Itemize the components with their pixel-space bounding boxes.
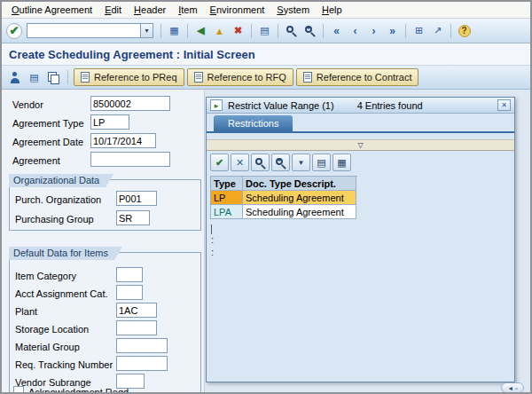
export-icon: ▦: [337, 157, 346, 169]
search-icon: [286, 25, 298, 36]
column-header-desc[interactable]: Doc. Type Descript.: [243, 177, 356, 191]
menu-edit[interactable]: Edit: [98, 3, 128, 17]
item-category-field[interactable]: [116, 267, 143, 282]
reference-to-preq-button[interactable]: Reference to PReq: [74, 68, 184, 86]
chevron-down-icon: ▾: [145, 27, 148, 35]
menu-system[interactable]: System: [270, 3, 316, 17]
exit-button[interactable]: ▲: [211, 22, 228, 39]
exit-arrow-icon: ▲: [215, 26, 224, 36]
item-category-label: Item Category: [15, 269, 76, 283]
toolbar-separator: [67, 70, 68, 84]
document-icon: [194, 72, 203, 83]
command-dropdown-button[interactable]: ▾: [140, 23, 153, 38]
acct-assignment-field[interactable]: [116, 285, 143, 300]
popup-title-bar: ▸ Restrict Value Range (1) 4 Entries fou…: [207, 98, 514, 114]
cell-desc: Scheduling Agreement: [243, 205, 356, 219]
first-page-icon: «: [333, 25, 340, 37]
req-tracking-number-field[interactable]: [116, 356, 168, 371]
table-row-lp[interactable]: LP Scheduling Agreement: [211, 191, 357, 205]
agreement-field[interactable]: [90, 152, 170, 167]
purchasing-group-field[interactable]: [116, 210, 150, 225]
standard-toolbar: ✔ ▾ ▦ ◀ ▲ ✖ ▤ + « ‹ › » ⊞ ↗ ?: [2, 19, 530, 43]
agreement-date-field[interactable]: [90, 133, 156, 148]
sort-descending-icon: ▼: [298, 159, 305, 167]
first-page-button[interactable]: «: [328, 22, 345, 39]
panel-divider: [204, 90, 205, 392]
sap-window: Outline Agreement Edit Header Item Envir…: [0, 0, 532, 394]
vendor-field[interactable]: [90, 96, 170, 111]
print-button[interactable]: ▤: [256, 22, 273, 39]
cell-type: LPA: [211, 205, 243, 219]
help-button[interactable]: ?: [456, 22, 473, 39]
popup-print-button[interactable]: ▤: [312, 154, 331, 171]
acknowledgment-reqd-checkbox[interactable]: [13, 386, 24, 392]
agreement-type-field[interactable]: [90, 114, 129, 130]
menu-environment[interactable]: Environment: [204, 3, 271, 17]
find-button[interactable]: [283, 22, 300, 39]
popup-ok-button[interactable]: ✔: [210, 154, 229, 171]
table-header-row: Type Doc. Type Descript.: [211, 177, 357, 191]
page-down-icon: ›: [372, 25, 376, 37]
copy-icon: [48, 72, 59, 83]
column-header-type[interactable]: Type: [211, 177, 243, 191]
plant-field[interactable]: [116, 303, 157, 318]
statusbar-collapse-widget[interactable]: ◄ ▫: [501, 382, 524, 393]
print-preview-button[interactable]: ▤: [26, 69, 43, 86]
table-row-lpa[interactable]: LPA Scheduling Agreement: [211, 205, 357, 219]
popup-cancel-button[interactable]: ✕: [231, 154, 249, 171]
reference-to-rfq-button[interactable]: Reference to RFQ: [187, 68, 293, 86]
page-up-button[interactable]: ‹: [347, 22, 364, 39]
check-icon: ✔: [215, 157, 223, 169]
menu-item[interactable]: Item: [172, 3, 203, 17]
personal-setting-button[interactable]: [6, 69, 23, 86]
last-page-button[interactable]: »: [384, 22, 401, 39]
popup-sort-button[interactable]: ▼: [292, 154, 310, 171]
toolbar-separator: [278, 24, 278, 38]
menu-header[interactable]: Header: [128, 3, 172, 17]
popup-toolbar: ✔ ✕ + ▼ ▤ ▦: [207, 151, 514, 174]
new-session-icon: ⊞: [415, 25, 423, 36]
material-group-field[interactable]: [116, 338, 168, 353]
new-session-button[interactable]: ⊞: [411, 22, 427, 39]
search-next-icon: +: [304, 25, 317, 36]
collapsed-restrictions-strip[interactable]: ▽: [207, 139, 514, 151]
find-next-button[interactable]: +: [301, 22, 318, 39]
page-down-button[interactable]: ›: [365, 22, 382, 39]
command-field[interactable]: [27, 23, 140, 38]
purch-organization-label: Purch. Organization: [15, 193, 101, 207]
reference-to-contract-label: Reference to Contract: [317, 72, 412, 83]
toolbar-separator: [160, 24, 161, 38]
popup-find-button[interactable]: [251, 154, 270, 171]
popup-close-button[interactable]: ✕: [497, 99, 511, 111]
purch-organization-field[interactable]: [116, 191, 157, 206]
menu-help[interactable]: Help: [316, 3, 348, 17]
copy-document-button[interactable]: [45, 69, 62, 86]
tab-restrictions[interactable]: Restrictions: [214, 115, 293, 131]
storage-location-label: Storage Location: [15, 322, 89, 336]
agreement-label: Agreement: [12, 154, 60, 168]
collapse-triangle-icon: ▽: [357, 141, 363, 149]
save-icon: ▦: [169, 25, 178, 36]
req-tracking-number-label: Req. Tracking Number: [15, 358, 113, 372]
application-toolbar: ▤ Reference to PReq Reference to RFQ Ref…: [2, 66, 530, 90]
default-data-group: Default Data for Items Item Category Acc…: [9, 252, 201, 392]
enter-button[interactable]: ✔: [6, 23, 22, 39]
create-shortcut-button[interactable]: ↗: [429, 22, 446, 39]
popup-find-next-button[interactable]: +: [271, 154, 290, 171]
reference-to-contract-button[interactable]: Reference to Contract: [296, 68, 419, 86]
back-button[interactable]: ◀: [192, 22, 209, 39]
menu-outline-agreement[interactable]: Outline Agreement: [5, 3, 98, 17]
toolbar-separator: [405, 24, 406, 38]
save-button[interactable]: ▦: [166, 22, 183, 39]
cancel-button[interactable]: ✖: [230, 22, 246, 39]
cell-type: LP: [211, 191, 243, 205]
popup-export-button[interactable]: ▦: [332, 154, 351, 171]
shortcut-icon: ↗: [434, 25, 442, 36]
back-arrow-icon: ◀: [197, 25, 204, 36]
toolbar-separator: [187, 24, 188, 38]
document-icon: [303, 72, 312, 83]
storage-location-field[interactable]: [116, 320, 157, 335]
acct-assignment-label: Acct Assignment Cat.: [15, 287, 108, 301]
material-group-label: Material Group: [15, 340, 80, 354]
collapse-arrow-icon: ◄: [507, 385, 513, 391]
